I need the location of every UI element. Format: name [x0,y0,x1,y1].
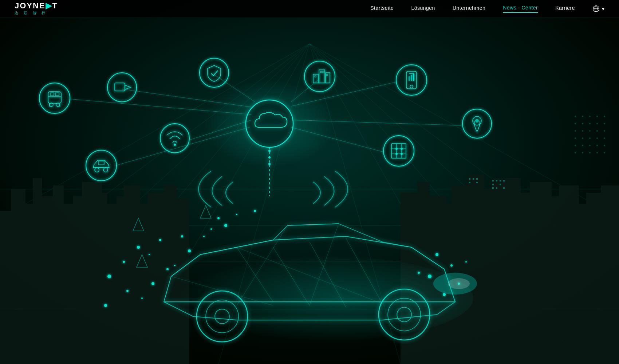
svg-rect-56 [496,187,497,189]
svg-point-150 [141,297,143,299]
svg-point-108 [383,136,414,166]
svg-point-165 [254,210,256,212]
svg-point-186 [582,137,583,139]
svg-point-149 [151,282,154,285]
svg-point-176 [582,123,583,124]
svg-point-115 [401,148,403,150]
svg-rect-61 [469,182,470,183]
svg-point-191 [582,145,583,146]
svg-point-148 [166,268,169,270]
svg-rect-49 [492,180,494,181]
svg-point-77 [200,58,229,87]
svg-point-185 [575,137,576,139]
svg-point-146 [159,239,161,241]
svg-point-180 [575,130,576,132]
svg-point-197 [589,152,591,153]
svg-point-189 [604,137,605,139]
logo-text: JOYNE▶T [15,2,58,10]
svg-rect-104 [413,73,414,81]
svg-point-78 [160,124,189,153]
svg-point-178 [596,123,598,124]
svg-rect-62 [476,182,478,183]
svg-point-74 [107,73,137,102]
svg-rect-55 [492,187,494,189]
svg-point-155 [450,264,453,267]
lang-caret: ▾ [602,6,604,12]
svg-point-117 [401,153,403,155]
logo-subtitle: 边 联 智 行 [15,11,47,16]
svg-point-87 [268,150,271,152]
hero-illustration [0,0,619,364]
svg-point-151 [181,235,183,237]
svg-point-174 [604,116,605,117]
svg-point-80 [86,150,117,181]
svg-rect-40 [481,189,493,364]
svg-point-158 [443,293,446,296]
svg-rect-18 [11,189,25,364]
svg-point-170 [575,116,576,117]
svg-point-79 [174,144,176,146]
logo: JOYNE▶T 边 联 智 行 [15,2,58,16]
svg-rect-102 [409,76,410,81]
svg-rect-50 [496,180,497,181]
nav-news-center[interactable]: News - Center [503,5,538,13]
svg-rect-44 [548,196,561,364]
svg-rect-27 [104,204,118,364]
svg-point-156 [428,275,431,278]
nav-loesungen[interactable]: Lösungen [411,5,435,12]
svg-point-193 [596,145,598,146]
svg-point-107 [475,119,479,123]
nav-unternehmen[interactable]: Unternehmen [453,5,485,12]
nav-startseite[interactable]: Startseite [370,5,394,12]
svg-point-184 [604,130,605,132]
svg-point-153 [174,265,176,266]
svg-point-171 [582,116,583,117]
svg-point-143 [107,275,111,278]
svg-point-183 [596,130,598,132]
svg-point-159 [465,261,467,263]
svg-point-144 [126,290,129,292]
svg-rect-29 [124,185,140,364]
svg-point-164 [236,214,237,215]
svg-point-175 [575,123,576,124]
nav-karriere[interactable]: Karriere [555,5,575,12]
nav-language-selector[interactable]: ▾ [592,5,604,12]
globe-icon [592,5,600,12]
svg-point-166 [203,236,205,237]
svg-rect-59 [473,178,474,180]
svg-point-194 [604,145,605,146]
svg-point-182 [589,130,591,132]
svg-rect-53 [492,184,494,185]
svg-point-199 [604,152,605,153]
header: JOYNE▶T 边 联 智 行 Startseite Lösungen Unte… [0,0,619,18]
svg-point-190 [575,145,576,146]
svg-point-65 [39,83,70,113]
main-nav: Startseite Lösungen Unternehmen News - C… [370,5,604,13]
svg-rect-48 [601,185,619,364]
svg-point-192 [589,145,591,146]
svg-point-142 [123,261,125,263]
svg-rect-60 [476,178,478,180]
svg-point-160 [418,272,420,274]
svg-point-90 [304,61,335,92]
svg-point-187 [589,137,591,139]
svg-point-179 [604,123,605,124]
svg-point-198 [596,152,598,153]
svg-rect-57 [503,187,505,189]
svg-point-147 [149,254,150,255]
svg-point-181 [582,130,583,132]
svg-point-116 [395,153,398,155]
svg-point-163 [224,224,227,227]
svg-rect-52 [503,180,505,181]
svg-point-88 [268,156,271,159]
svg-point-152 [188,249,191,252]
svg-rect-103 [411,75,412,81]
svg-point-114 [395,148,398,150]
svg-point-195 [575,152,576,153]
svg-point-89 [268,163,271,165]
svg-point-105 [462,109,492,138]
svg-rect-58 [469,178,470,180]
svg-point-172 [589,116,591,117]
svg-rect-41 [492,178,521,364]
svg-point-154 [435,253,438,256]
